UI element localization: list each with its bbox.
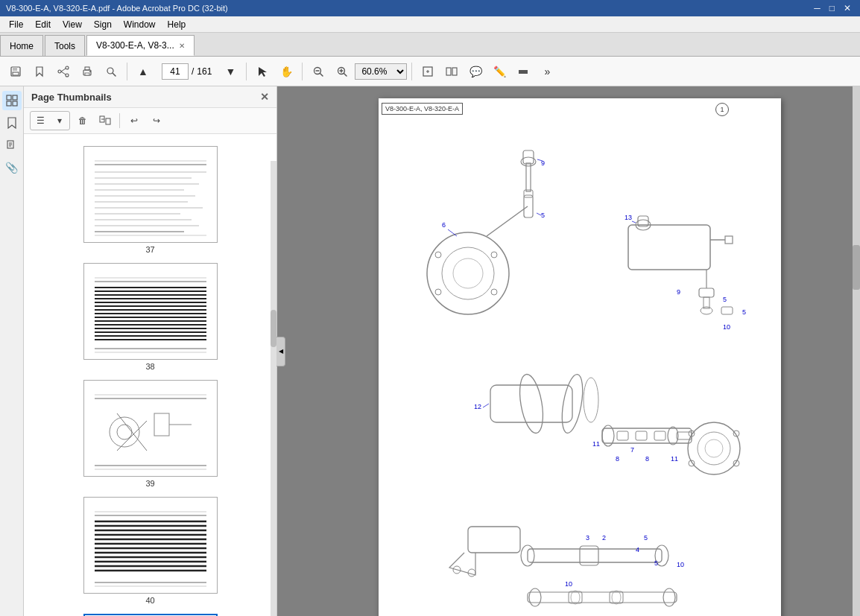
thumb-delete-btn[interactable]: 🗑 — [73, 112, 92, 130]
page-total: 161 — [197, 66, 212, 77]
zoom-select[interactable]: 50% 60.6% 75% 100% 125% 150% — [355, 63, 407, 80]
svg-rect-87 — [87, 501, 214, 590]
svg-line-7 — [61, 69, 66, 72]
sidebar-collapse-btn[interactable]: ◀ — [276, 337, 285, 366]
thumbnail-scroll-area[interactable]: 37 — [24, 134, 276, 616]
menu-file[interactable]: File — [3, 18, 29, 31]
save-button[interactable] — [4, 60, 27, 83]
annotations-nav-btn[interactable] — [2, 136, 22, 155]
svg-point-167 — [698, 432, 730, 465]
svg-point-4 — [66, 66, 69, 69]
bookmarks-nav-btn[interactable] — [2, 113, 22, 133]
zoom-out-button[interactable] — [307, 60, 329, 83]
tab-document-label: V8-300-E-A, V8-3... — [96, 40, 174, 51]
page-separator: / — [192, 66, 194, 77]
redact-button[interactable] — [512, 60, 534, 83]
svg-text:3: 3 — [586, 534, 589, 542]
hand-tool[interactable]: ✋ — [275, 60, 297, 83]
thumbnail-41[interactable]: 41 — [37, 611, 264, 616]
svg-rect-29 — [7, 95, 11, 100]
svg-text:5: 5 — [742, 308, 746, 316]
sidebar-scrollbar-thumb[interactable] — [271, 310, 276, 347]
tab-tools[interactable]: Tools — [45, 35, 85, 56]
attachments-nav-btn[interactable]: 📎 — [2, 158, 22, 177]
viewer-scrollbar-thumb[interactable] — [853, 245, 860, 290]
thumb-label-38: 38 — [145, 362, 154, 371]
svg-rect-185 — [528, 592, 677, 603]
thumb-size-btn[interactable]: ☰ — [31, 112, 50, 130]
sidebar-scrollbar[interactable] — [271, 161, 276, 616]
svg-rect-146 — [721, 307, 733, 314]
share-button[interactable] — [52, 60, 75, 83]
thumb-toolbar-sep — [119, 113, 120, 128]
print-button[interactable] — [76, 60, 98, 83]
svg-point-120 — [453, 258, 483, 288]
thumb-extract-btn[interactable] — [95, 112, 115, 130]
thumb-redo-btn[interactable]: ↪ — [147, 112, 166, 130]
thumb-image-38 — [83, 263, 218, 360]
svg-text:11: 11 — [671, 455, 678, 463]
thumbnail-38[interactable]: 38 — [37, 260, 264, 374]
svg-rect-39 — [106, 118, 110, 124]
menu-view[interactable]: View — [57, 18, 88, 31]
svg-point-166 — [688, 422, 740, 474]
thumbnails-nav-btn[interactable] — [2, 91, 22, 110]
tab-document[interactable]: V8-300-E-A, V8-3... ✕ — [86, 35, 195, 56]
thumbnail-39[interactable]: 39 — [37, 377, 264, 491]
left-icon-bar: 📎 — [0, 86, 24, 616]
menu-help[interactable]: Help — [162, 18, 192, 31]
pdf-diagram: 9 5 6 — [379, 98, 781, 616]
svg-text:8: 8 — [616, 455, 619, 463]
page-up-button[interactable]: ▲ — [132, 60, 154, 83]
menu-sign[interactable]: Sign — [88, 18, 118, 31]
svg-line-8 — [61, 72, 66, 74]
svg-line-148 — [632, 221, 636, 223]
thumbnail-toolbar: ☰ ▾ 🗑 ↩ ↪ — [24, 108, 276, 134]
thumbnail-40[interactable]: 40 — [37, 494, 264, 608]
sidebar-close-btn[interactable]: ✕ — [260, 91, 269, 103]
bookmark-button[interactable] — [28, 60, 51, 83]
maximize-btn[interactable]: □ — [829, 3, 835, 13]
tab-home[interactable]: Home — [0, 35, 43, 56]
page-down-button[interactable]: ▼ — [219, 60, 241, 83]
svg-text:10: 10 — [565, 580, 572, 588]
thumbnail-37[interactable]: 37 — [37, 143, 264, 257]
page-nav: 41 / 161 — [162, 63, 212, 80]
menu-window[interactable]: Window — [118, 18, 162, 31]
two-page-button[interactable] — [440, 60, 463, 83]
svg-point-187 — [663, 588, 675, 606]
highlight-button[interactable]: ✏️ — [488, 60, 510, 83]
svg-rect-161 — [617, 431, 628, 440]
window-controls: ─ □ ✕ — [811, 3, 854, 13]
svg-text:8: 8 — [645, 455, 649, 463]
svg-rect-178 — [528, 549, 662, 562]
menu-bar: File Edit View Sign Window Help — [0, 16, 860, 33]
fit-page-button[interactable] — [417, 60, 439, 83]
page-input[interactable]: 41 — [162, 63, 189, 80]
sidebar-header: Page Thumbnails ✕ — [24, 86, 276, 108]
svg-point-190 — [571, 591, 580, 604]
comment-button[interactable]: 💬 — [464, 60, 487, 83]
minimize-btn[interactable]: ─ — [814, 3, 821, 13]
close-btn[interactable]: ✕ — [844, 3, 851, 13]
svg-line-125 — [487, 206, 528, 236]
thumb-size-dropdown[interactable]: ▾ — [50, 112, 69, 130]
find-button[interactable] — [100, 60, 122, 83]
menu-edit[interactable]: Edit — [29, 18, 57, 31]
zoom-in-button[interactable] — [331, 60, 353, 83]
toolbar-separator-3 — [302, 63, 303, 80]
svg-point-13 — [107, 68, 113, 74]
select-tool[interactable] — [251, 60, 274, 83]
svg-line-14 — [113, 73, 116, 76]
svg-point-124 — [491, 289, 497, 295]
tab-close-btn[interactable]: ✕ — [179, 42, 185, 50]
svg-rect-27 — [452, 68, 457, 75]
svg-rect-154 — [490, 385, 572, 422]
svg-text:5: 5 — [644, 534, 648, 542]
viewer-scrollbar[interactable] — [853, 86, 860, 616]
svg-point-191 — [612, 591, 621, 604]
pdf-viewer[interactable]: V8-300-E-A, V8-320-E-A 1 — [277, 86, 860, 616]
thumb-undo-btn[interactable]: ↩ — [124, 112, 144, 130]
svg-point-153 — [516, 372, 546, 435]
more-tools-button[interactable]: » — [536, 60, 558, 83]
